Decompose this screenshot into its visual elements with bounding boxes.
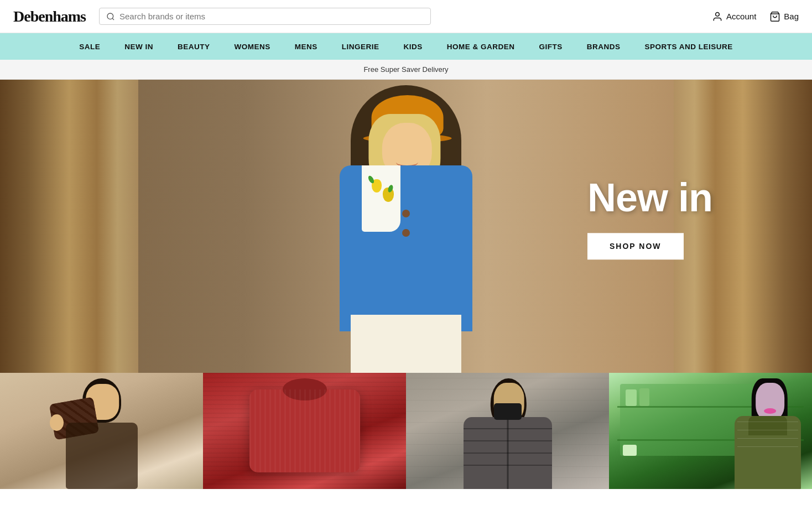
nav-item-sports-leisure[interactable]: SPORTS AND LEISURE bbox=[633, 33, 745, 60]
hero-section: New in SHOP NOW bbox=[0, 80, 812, 373]
nav-item-home-garden[interactable]: HOME & GARDEN bbox=[435, 33, 527, 60]
grid-item-accessories[interactable] bbox=[0, 373, 203, 489]
hero-model bbox=[268, 85, 544, 373]
nav-item-sale[interactable]: SALE bbox=[67, 33, 112, 60]
nav-item-brands[interactable]: BRANDS bbox=[575, 33, 633, 60]
account-label: Account bbox=[726, 12, 756, 21]
promo-bar: Free Super Saver Delivery bbox=[0, 60, 812, 80]
bag-button[interactable]: Bag bbox=[769, 11, 799, 22]
grid-item-coats[interactable] bbox=[406, 373, 609, 489]
navigation-bar: SALE NEW IN BEAUTY WOMENS MENS LINGERIE … bbox=[0, 33, 812, 60]
hero-shop-now-button[interactable]: SHOP NOW bbox=[587, 233, 684, 259]
nav-item-mens[interactable]: MENS bbox=[283, 33, 330, 60]
header-actions: Account Bag bbox=[712, 11, 799, 22]
bag-label: Bag bbox=[784, 12, 799, 21]
grid-item-green-fashion[interactable] bbox=[609, 373, 812, 489]
svg-line-1 bbox=[112, 18, 114, 20]
nav-item-womens[interactable]: WOMENS bbox=[222, 33, 282, 60]
account-button[interactable]: Account bbox=[712, 11, 756, 22]
nav-item-beauty[interactable]: BEAUTY bbox=[165, 33, 222, 60]
account-icon bbox=[712, 11, 723, 22]
svg-point-2 bbox=[716, 12, 720, 16]
nav-item-gifts[interactable]: GIFTS bbox=[527, 33, 575, 60]
svg-point-0 bbox=[107, 13, 113, 19]
header: Debenhams Account Bag bbox=[0, 0, 812, 33]
nav-item-kids[interactable]: KIDS bbox=[391, 33, 434, 60]
hero-columns-left bbox=[0, 80, 138, 373]
bag-icon bbox=[769, 11, 780, 22]
nav-item-new-in[interactable]: NEW IN bbox=[112, 33, 165, 60]
hero-text-overlay: New in SHOP NOW bbox=[587, 176, 712, 259]
nav-item-lingerie[interactable]: LINGERIE bbox=[330, 33, 392, 60]
search-icon bbox=[106, 12, 115, 21]
promo-text: Free Super Saver Delivery bbox=[363, 65, 448, 74]
grid-item-knitwear[interactable] bbox=[203, 373, 406, 489]
hero-title: New in bbox=[587, 176, 712, 220]
search-input[interactable] bbox=[119, 12, 424, 21]
site-logo[interactable]: Debenhams bbox=[13, 8, 86, 25]
search-bar[interactable] bbox=[99, 8, 431, 25]
bottom-product-grid bbox=[0, 373, 812, 489]
